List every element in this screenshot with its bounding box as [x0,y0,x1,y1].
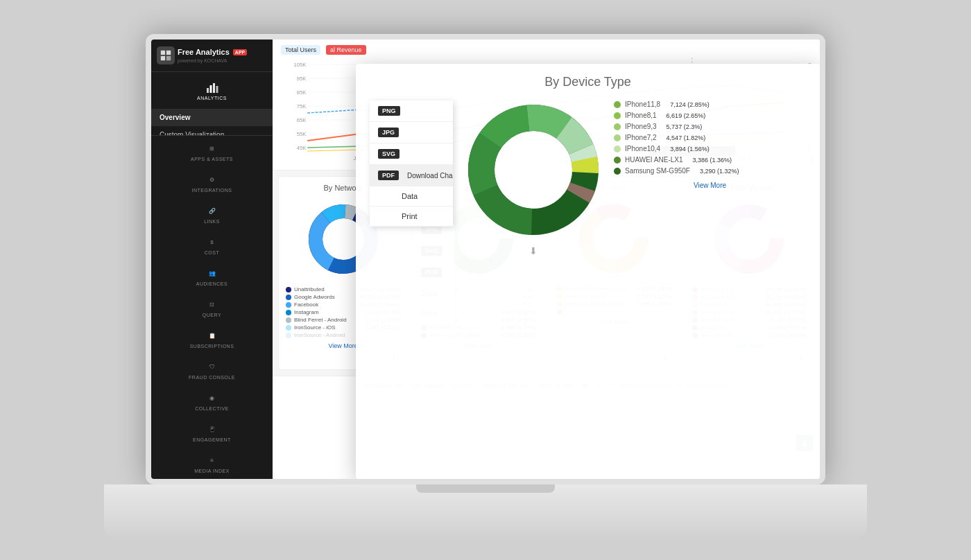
analytics-icon [205,80,219,94]
by-network-view-more[interactable]: View More [286,342,400,349]
by-device2-view-more[interactable]: View More [557,319,671,326]
by-os-legend: Android-9.0.024,039 (29.64%) Android-8.1… [692,286,807,338]
footer-tos[interactable]: Terms of Service [481,382,528,389]
fraud-label: FRAUD CONSOLE [189,375,235,380]
svg-text:200K: 200K [808,89,811,96]
svg-text:2019-08-17 00:00 UTC: 2019-08-17 00:00 UTC [665,148,719,155]
sidebar: Free Analytics APP powered by KOCHAVA [151,40,273,479]
analytics-label: ANALYTICS [197,96,227,100]
sidebar-item-fraud[interactable]: 🛡 FRAUD CONSOLE [151,354,273,385]
format-menu-primary: PNG JPG SVG PDF Download Chart Image Dat… [370,100,453,227]
svg-point-48 [463,224,494,254]
format-svg-primary[interactable]: SVG [370,143,453,165]
svg-rect-6 [213,83,215,93]
cost-icon: $ [205,235,219,249]
download-icon-popup[interactable]: ⬇ [529,245,538,256]
sidebar-item-engagement[interactable]: 📱 ENGAGEMENT [151,417,273,448]
engagement-label: ENGAGEMENT [193,437,231,442]
svg-text:Jul 21: Jul 21 [354,155,368,161]
subs-icon: 📋 [205,329,219,342]
sidebar-item-query[interactable]: ⊡ QUERY [151,292,273,323]
audiences-icon: 👥 [205,266,219,280]
logo-icon [157,46,175,64]
sidebar-item-apps[interactable]: ⊞ APPS & ASSETS [151,136,273,167]
logo-text: Free Analytics APP [178,48,247,57]
download-icon-top[interactable]: ⬇ [809,156,816,166]
footer-copyright: © 2008-2019 Kochava. All rights reserved… [610,382,728,389]
audiences-label: AUDIENCES [196,281,227,286]
data-option-small[interactable]: Data [413,283,454,304]
download-icon-device2[interactable]: ⬇ [662,353,673,364]
svg-rect-1 [166,51,171,55]
svg-text:Jul 27: Jul 27 [605,155,619,161]
sidebar-item-audiences[interactable]: 👥 AUDIENCES [151,261,273,292]
sidebar-item-analytics[interactable]: ANALYTICS [151,75,273,106]
app-title: Free Analytics [178,48,230,56]
svg-text:100K: 100K [808,117,811,123]
sidebar-item-integrations[interactable]: ⚙ INTEGRATIONS [151,167,273,198]
footer: Kochava.com Get Support Privacy Terms of… [273,376,820,394]
laptop-base [104,484,867,540]
svg-text:50K: 50K [808,131,811,137]
media-label: MEDIA INDEX [194,469,230,473]
footer-privacy[interactable]: Privacy [453,382,474,389]
format-svg-small[interactable]: SVG [413,240,454,262]
download-icon-os[interactable]: ⬇ [797,353,808,364]
svg-text:250K: 250K [808,76,811,82]
download-icon-network[interactable]: ⬇ [390,353,402,364]
collective-label: COLLECTIVE [195,406,229,411]
laptop-screen: Free Analytics APP powered by KOCHAVA [146,34,825,484]
svg-text:105K: 105K [294,62,307,68]
print-option-primary[interactable]: Print [370,207,453,227]
svg-point-41 [328,224,359,254]
nav-item-custom-viz[interactable]: Custom Visualization [151,126,273,135]
sidebar-item-media[interactable]: ≡ MEDIA INDEX [151,448,273,479]
integrations-icon: ⚙ [205,173,219,186]
by-device2-chart [557,197,671,280]
app-container: Free Analytics APP powered by KOCHAVA [151,40,820,479]
query-label: QUERY [203,313,221,317]
cost-label: COST [205,250,219,255]
by-network-legend: Unattributed91,077 (36.46%) Google Adwor… [286,286,400,338]
footer-tou[interactable]: Terms of Use [536,382,573,389]
subs-label: SUBSCRIPTIONS [190,344,234,349]
svg-rect-2 [161,56,165,60]
footer-support[interactable]: Get Support [411,382,445,389]
svg-rect-5 [209,85,212,93]
sidebar-item-links[interactable]: 🔗 LINKS [151,198,273,229]
sidebar-nav: Overview Custom Visualization Footprint … [151,109,273,135]
app-badge: APP [233,49,247,55]
svg-point-61 [734,224,764,254]
links-label: LINKS [204,219,220,224]
popup-view-more[interactable]: View More [614,182,806,189]
sidebar-item-subs[interactable]: 📋 SUBSCRIPTIONS [151,323,273,354]
by-os-view-more[interactable]: View More [692,342,807,349]
apps-icon: ⊞ [205,141,219,155]
svg-text:75K: 75K [297,103,307,110]
top-line-chart: 105K 95K 85K 75K 65K 55K 45K 300K 250K 2… [281,58,811,161]
svg-text:300K: 300K [808,62,811,68]
by-os-chart [692,198,807,281]
nav-item-overview[interactable]: Overview [151,109,273,126]
format-jpg-primary[interactable]: JPG [370,122,453,143]
svg-text:45K: 45K [297,145,307,151]
svg-text:150K: 150K [808,103,811,110]
format-pdf-small[interactable]: PDF [413,262,454,283]
svg-text:Jul 30: Jul 30 [738,155,753,161]
logo-sub: powered by KOCHAVA [178,58,247,63]
engagement-icon: 📱 [205,422,219,436]
scroll-top-button[interactable]: ▲ [796,435,813,451]
svg-rect-3 [166,56,171,60]
main-content: Total Users al Revenue 105 [273,40,820,479]
links-icon: 🔗 [205,204,219,218]
by-device-view-more[interactable]: View More [421,342,535,349]
sidebar-item-cost[interactable]: $ COST [151,229,273,261]
format-pdf-primary[interactable]: PDF Download Chart Image [370,165,453,186]
footer-kochava[interactable]: Kochava.com [365,382,403,389]
sidebar-item-collective[interactable]: ◉ COLLECTIVE [151,385,273,417]
sidebar-logo: Free Analytics APP powered by KOCHAVA [151,40,273,72]
data-option-primary[interactable]: Data [370,186,453,207]
format-png-primary[interactable]: PNG [370,100,453,122]
svg-text:65K: 65K [297,117,307,123]
print-option-small[interactable]: Print [413,304,454,324]
